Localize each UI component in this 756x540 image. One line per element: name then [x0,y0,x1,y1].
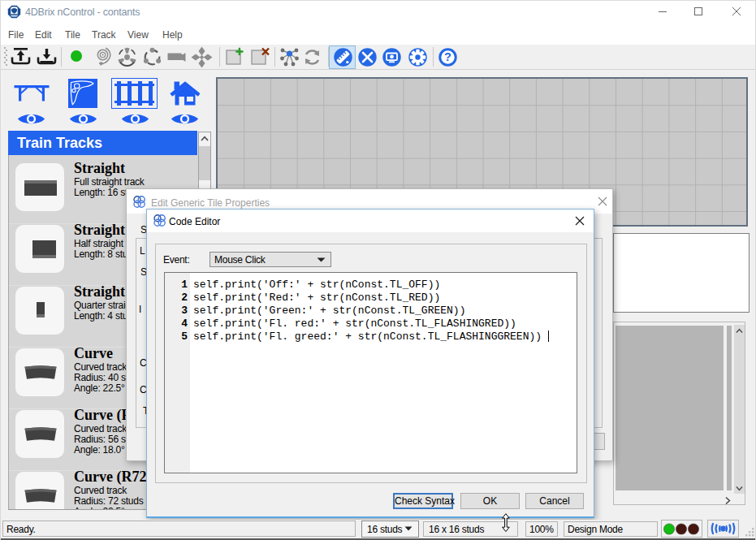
svg-text:?: ? [444,50,451,63]
